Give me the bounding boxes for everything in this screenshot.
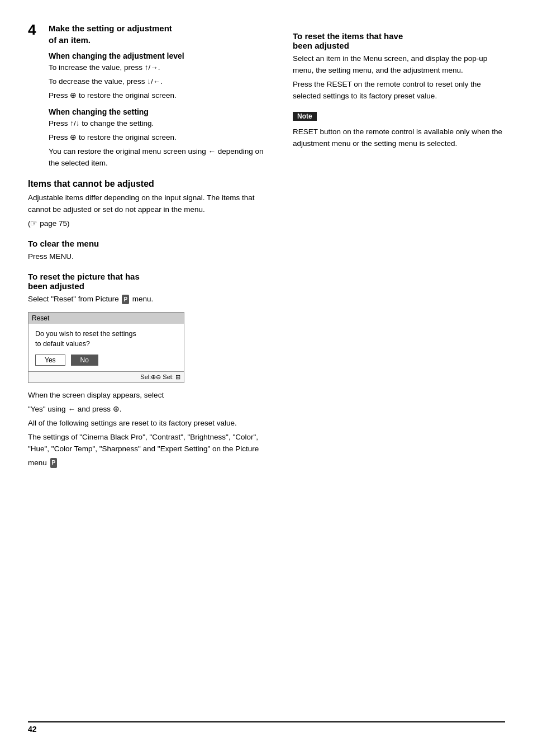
reset-dialog: Reset Do you wish to reset the settings … [28, 312, 184, 383]
subsection-title-setting: When changing the setting [49, 107, 276, 116]
adjustment-line2: To decrease the value, press ↓/←. [49, 76, 276, 88]
page-number: 42 [28, 725, 37, 734]
dialog-yes-button[interactable]: Yes [35, 355, 65, 366]
reset-items-section: To reset the items that have been adjust… [293, 31, 505, 102]
subsection-adjustment-level: When changing the adjustment level To in… [49, 51, 276, 102]
after-dialog-line3: All of the following settings are reset … [28, 418, 276, 429]
clear-menu-section: To clear the menu Press MENU. [28, 239, 276, 263]
items-body: Adjustable items differ depending on the… [28, 192, 276, 216]
after-dialog-line1: When the screen display appears, select [28, 390, 276, 401]
adjustment-line1: To increase the value, press ↑/→. [49, 62, 276, 74]
clear-menu-body: Press MENU. [28, 251, 276, 263]
subsection-changing-setting: When changing the setting Press ↑/↓ to c… [49, 107, 276, 169]
picture-icon-2: P [50, 458, 58, 468]
after-dialog-line5: menu P [28, 457, 276, 469]
items-cannot-adjusted-section: Items that cannot be adjusted Adjustable… [28, 179, 276, 230]
dialog-question-line2: to default values? [35, 339, 177, 349]
reset-picture-section: To reset the picture that has been adjus… [28, 272, 276, 469]
setting-line1: Press ↑/↓ to change the setting. [49, 118, 276, 130]
right-column: To reset the items that have been adjust… [293, 22, 505, 710]
items-heading: Items that cannot be adjusted [28, 179, 276, 189]
step-number: 4 [28, 22, 42, 37]
dialog-titlebar: Reset [28, 313, 184, 324]
subsection-title-adjustment: When changing the adjustment level [49, 51, 276, 60]
reset-picture-intro: Select "Reset" from Picture P menu. [28, 294, 276, 305]
dialog-footer: Sel:⊕⊖ Set: ⊞ [28, 371, 184, 382]
items-ref: (☞ page 75) [28, 218, 276, 230]
step-title: Make the setting or adjustment of an ite… [49, 22, 172, 46]
after-dialog-line2: "Yes" using ← and press ⊕. [28, 404, 276, 415]
note-section: Note RESET button on the remote control … [293, 111, 505, 150]
dialog-no-button[interactable]: No [71, 355, 98, 366]
adjustment-line3: Press ⊕ to restore the original screen. [49, 90, 276, 102]
setting-line3: You can restore the original menu screen… [49, 146, 276, 169]
reset-items-body2: Press the RESET on the remote control to… [293, 79, 505, 102]
picture-icon: P [122, 295, 129, 305]
dialog-body: Do you wish to reset the settings to def… [28, 324, 184, 371]
reset-items-body1: Select an item in the Menu screen, and d… [293, 53, 505, 77]
reset-items-heading: To reset the items that have been adjust… [293, 31, 505, 50]
note-body: RESET button on the remote control is av… [293, 126, 505, 150]
step-header: 4 Make the setting or adjustment of an i… [28, 22, 276, 46]
left-column: 4 Make the setting or adjustment of an i… [28, 22, 276, 710]
reset-picture-heading: To reset the picture that has been adjus… [28, 272, 276, 291]
page-footer: 42 [28, 710, 505, 734]
dialog-buttons: Yes No [35, 355, 177, 366]
dialog-question-line1: Do you wish to reset the settings [35, 329, 177, 339]
setting-line2: Press ⊕ to restore the original screen. [49, 132, 276, 144]
after-dialog-line4: The settings of "Cinema Black Pro", "Con… [28, 432, 276, 455]
page: 4 Make the setting or adjustment of an i… [0, 0, 533, 756]
clear-menu-heading: To clear the menu [28, 239, 276, 248]
note-label: Note [293, 112, 317, 121]
